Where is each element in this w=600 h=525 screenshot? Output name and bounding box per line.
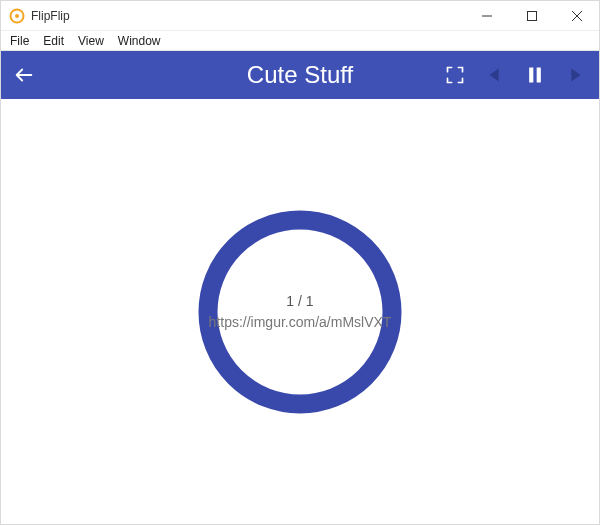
menu-view[interactable]: View xyxy=(71,32,111,50)
loading-indicator: 1 / 1 https://imgur.com/a/mMslVXT xyxy=(195,207,405,417)
progress-count: 1 / 1 xyxy=(209,291,392,312)
minimize-button[interactable] xyxy=(464,1,509,30)
app-window: FlipFlip File Edit View Window xyxy=(0,0,600,525)
header-controls xyxy=(435,51,599,99)
next-button[interactable] xyxy=(555,51,595,99)
loading-text: 1 / 1 https://imgur.com/a/mMslVXT xyxy=(209,291,392,333)
app-icon xyxy=(9,8,25,24)
menu-edit[interactable]: Edit xyxy=(36,32,71,50)
close-button[interactable] xyxy=(554,1,599,30)
svg-rect-3 xyxy=(527,11,536,20)
loading-url: https://imgur.com/a/mMslVXT xyxy=(209,312,392,333)
app-header: Cute Stuff xyxy=(1,51,599,99)
pause-button[interactable] xyxy=(515,51,555,99)
content-area: 1 / 1 https://imgur.com/a/mMslVXT xyxy=(1,99,599,524)
menu-window[interactable]: Window xyxy=(111,32,168,50)
svg-rect-7 xyxy=(537,68,541,83)
window-controls xyxy=(464,1,599,30)
window-title: FlipFlip xyxy=(31,9,70,23)
back-button[interactable] xyxy=(1,51,47,99)
svg-rect-6 xyxy=(529,68,533,83)
titlebar: FlipFlip xyxy=(1,1,599,31)
menubar: File Edit View Window xyxy=(1,31,599,51)
maximize-button[interactable] xyxy=(509,1,554,30)
menu-file[interactable]: File xyxy=(3,32,36,50)
fullscreen-button[interactable] xyxy=(435,51,475,99)
svg-point-1 xyxy=(15,14,19,18)
previous-button[interactable] xyxy=(475,51,515,99)
